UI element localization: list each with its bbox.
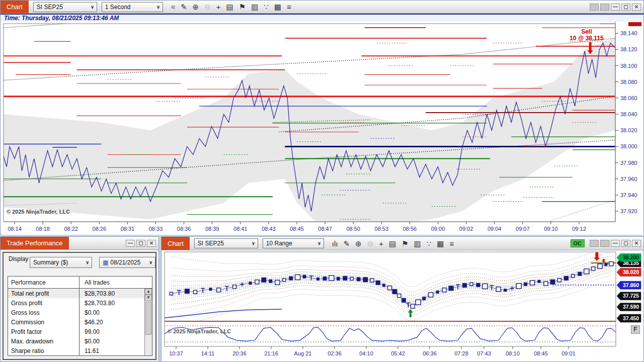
svg-text:38.040: 38.040	[620, 111, 637, 117]
restore-button[interactable]: ▢	[136, 240, 145, 247]
properties-icon[interactable]: ▦	[274, 3, 281, 11]
svg-text:09:10: 09:10	[544, 226, 558, 232]
column-header-all-trades[interactable]: All trades	[79, 277, 152, 288]
svg-text:09:00: 09:00	[431, 226, 445, 232]
zoom-out-icon[interactable]: ⊖	[367, 240, 374, 247]
chart-style-icon[interactable]: ılı	[332, 240, 338, 247]
crosshair-icon[interactable]: +	[379, 240, 383, 247]
close-button[interactable]: ✕	[147, 240, 156, 247]
table-scrollbar[interactable]: ▲ ▼	[144, 289, 152, 355]
indicators-icon[interactable]: ▥	[414, 240, 421, 247]
link-button-2[interactable]	[600, 240, 609, 247]
svg-text:37.450: 37.450	[623, 315, 639, 321]
link-button-1[interactable]	[590, 240, 599, 247]
svg-text:38.100: 38.100	[620, 63, 637, 69]
instrument-selector[interactable]: SI SEP25 ∨	[194, 238, 258, 248]
display-label: Display	[9, 255, 28, 262]
interval-selector[interactable]: 1 Second ∨	[102, 2, 163, 12]
svg-text:08:56: 08:56	[403, 226, 417, 232]
svg-text:06:36: 06:36	[423, 350, 437, 356]
drawing-tools-icon[interactable]: ✎	[181, 3, 187, 11]
indicators-icon[interactable]: ▥	[251, 3, 258, 11]
window-title: Chart	[1, 1, 29, 13]
table-row[interactable]: Gross profit$28,703.80	[8, 298, 152, 308]
svg-text:38.200: 38.200	[623, 254, 639, 260]
chart-trader-icon[interactable]: ⚑	[239, 3, 246, 11]
chevron-down-icon: ∨	[149, 260, 152, 265]
interval-value: 1 Second	[105, 4, 131, 11]
svg-text:04:10: 04:10	[359, 350, 373, 356]
metric-value: $46.20	[79, 317, 152, 327]
svg-text:38.120: 38.120	[620, 46, 637, 52]
svg-text:08:43: 08:43	[262, 226, 276, 232]
svg-text:08:14: 08:14	[8, 226, 22, 232]
titlebar-trade-performance[interactable]: Trade Performance — ▢ ✕	[1, 237, 158, 250]
strategies-icon[interactable]: ∵	[264, 3, 269, 11]
time-status: Time: Thursday, 08/21/2025 09:13:46 AM	[1, 14, 643, 22]
minimize-button[interactable]: —	[126, 240, 135, 247]
window-title: Chart	[162, 237, 190, 250]
object-list-icon[interactable]: ≡	[287, 3, 291, 11]
svg-text:07:43: 07:43	[477, 350, 491, 356]
minimize-button[interactable]: —	[611, 4, 620, 11]
svg-text:20:36: 20:36	[232, 350, 247, 356]
svg-text:© 2025 NinjaTrader, LLC: © 2025 NinjaTrader, LLC	[7, 209, 70, 215]
table-row[interactable]: Commission$46.20	[8, 317, 152, 327]
svg-text:38.080: 38.080	[620, 79, 637, 85]
date-picker[interactable]: ▦ 08/21/2025 ∨	[99, 257, 155, 268]
table-row[interactable]: Max. drawdown$0.00	[8, 336, 152, 346]
minimize-button[interactable]: —	[611, 240, 620, 247]
zoom-in-icon[interactable]: ⊕	[193, 3, 199, 11]
instrument-selector[interactable]: SI SEP25 ∨	[33, 2, 97, 12]
svg-text:09:12: 09:12	[572, 226, 586, 232]
oc-badge[interactable]: OC	[571, 239, 585, 247]
fit-button[interactable]: F	[631, 325, 640, 334]
svg-text:Aug 21: Aug 21	[294, 350, 312, 356]
properties-icon[interactable]: ▦	[437, 240, 444, 247]
data-box-icon[interactable]: ▤	[389, 240, 396, 247]
chart-toolbar: ≈✎⊕⊖+▤⚑▥∵▦≡	[171, 3, 291, 11]
link-button-1[interactable]	[590, 4, 599, 11]
zoom-in-icon[interactable]: ⊕	[355, 240, 362, 247]
data-box-icon[interactable]: ▤	[226, 3, 233, 11]
metric-value: $0.00	[79, 336, 152, 346]
trade-performance-body: Display Summary ($) ∨ ▦ 08/21/2025 ∨ Per…	[3, 252, 156, 360]
chart-style-icon[interactable]: ≈	[171, 3, 175, 11]
link-button-2[interactable]	[600, 4, 609, 11]
price-chart-10-range[interactable]: © 2025 NinjaTrader, LLC10:3714:1120:3621…	[164, 251, 642, 361]
table-row[interactable]: Profit factor99.00	[8, 327, 152, 336]
restore-button[interactable]: ▢	[621, 4, 630, 11]
close-button[interactable]: ✕	[632, 240, 641, 247]
svg-text:Sell: Sell	[581, 28, 592, 35]
chart-window-bottom: Chart SI SEP25 ∨ 10 Range ∨ ılı✎⊕⊖+▤⚑▥∵▦…	[161, 236, 644, 362]
table-row[interactable]: Sharpe ratio11.61	[8, 346, 152, 355]
window-buttons: OC — ▢ ✕	[571, 239, 641, 247]
display-selector[interactable]: Summary ($) ∨	[30, 257, 92, 268]
restore-button[interactable]: ▢	[621, 240, 630, 247]
svg-text:08:47: 08:47	[318, 226, 332, 232]
metric-label: Total net profit	[8, 289, 79, 298]
scroll-down-icon[interactable]: ▼	[145, 295, 152, 301]
titlebar-top-chart[interactable]: Chart SI SEP25 ∨ 1 Second ∨ ≈✎⊕⊖+▤⚑▥∵▦≡ …	[1, 1, 643, 14]
metric-label: Gross profit	[8, 298, 79, 308]
scrollbar-thumb[interactable]	[145, 302, 151, 335]
table-row[interactable]: Total net profit$28,703.80	[8, 289, 152, 298]
svg-text:© 2025 NinjaTrader, LLC: © 2025 NinjaTrader, LLC	[168, 328, 231, 334]
table-row[interactable]: Gross loss$0.00	[8, 308, 152, 317]
chart-trader-icon[interactable]: ⚑	[401, 240, 408, 247]
zoom-out-icon[interactable]: ⊖	[204, 3, 211, 11]
crosshair-icon[interactable]: +	[216, 3, 221, 11]
scroll-up-icon[interactable]: ▲	[145, 289, 152, 295]
chevron-down-icon: ∨	[91, 5, 94, 10]
svg-text:08:18: 08:18	[36, 226, 50, 232]
close-button[interactable]: ✕	[632, 4, 641, 11]
strategies-icon[interactable]: ∵	[427, 240, 432, 247]
titlebar-bottom-chart[interactable]: Chart SI SEP25 ∨ 10 Range ∨ ılı✎⊕⊖+▤⚑▥∵▦…	[162, 237, 643, 250]
metric-value: $28,703.80	[79, 289, 152, 298]
interval-selector[interactable]: 10 Range ∨	[263, 238, 324, 248]
price-chart-1-second[interactable]: Sell10 @ 38.11538.14038.12038.10038.0803…	[2, 22, 643, 235]
column-header-performance[interactable]: Performance	[8, 277, 79, 288]
metric-label: Max. drawdown	[8, 336, 79, 346]
object-list-icon[interactable]: ≡	[450, 240, 454, 247]
drawing-tools-icon[interactable]: ✎	[343, 240, 350, 247]
